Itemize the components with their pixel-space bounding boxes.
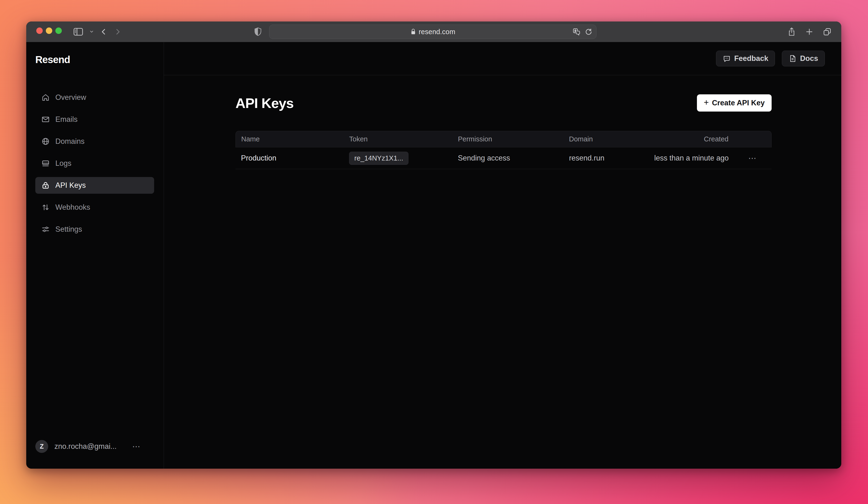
api-key-name: Production (236, 154, 349, 162)
home-icon (41, 93, 50, 102)
translate-icon[interactable] (572, 28, 580, 36)
sidebar-item-label: Webhooks (55, 203, 90, 212)
sidebar-item-label: Domains (55, 137, 84, 146)
create-api-key-button[interactable]: + Create API Key (697, 94, 772, 112)
url-text: resend.com (419, 28, 455, 36)
arrows-up-down-icon (41, 203, 50, 212)
sliders-icon (41, 225, 50, 234)
account-menu[interactable]: Z zno.rocha@gmai... ⋯ (35, 440, 154, 453)
lock-icon (410, 28, 416, 35)
plus-icon: + (704, 98, 709, 107)
row-ellipsis-menu-icon[interactable]: ⋯ (748, 154, 757, 163)
avatar: Z (35, 440, 48, 453)
sidebar-item-label: Overview (55, 93, 86, 102)
api-keys-table: Name Token Permission Domain Created Pro… (236, 131, 772, 169)
sidebar-item-emails[interactable]: Emails (35, 111, 154, 128)
account-ellipsis-icon[interactable]: ⋯ (132, 442, 141, 451)
column-header-token: Token (349, 135, 458, 143)
address-bar[interactable]: resend.com (269, 24, 597, 39)
create-api-key-label: Create API Key (712, 99, 765, 107)
table-row: Production re_14NYz1X1... Sending access… (236, 148, 772, 169)
column-header-created: Created (649, 135, 733, 143)
lock-icon (41, 181, 50, 190)
browser-window: resend.com (26, 21, 841, 468)
sidebar-nav: Overview Emails (35, 89, 154, 238)
api-key-token-chip[interactable]: re_14NYz1X1... (349, 152, 409, 165)
account-email: zno.rocha@gmai... (54, 442, 117, 451)
docs-label: Docs (800, 54, 818, 63)
back-icon[interactable] (100, 28, 108, 36)
sidebar-item-label: Emails (55, 115, 78, 124)
sidebar-item-domains[interactable]: Domains (35, 133, 154, 150)
sidebar-item-webhooks[interactable]: Webhooks (35, 199, 154, 216)
sidebar: Resend Overview (26, 42, 164, 468)
logs-icon (41, 159, 50, 168)
resend-logo: Resend (35, 54, 70, 65)
sidebar-item-api-keys[interactable]: API Keys (35, 177, 154, 194)
page-title: API Keys (236, 95, 293, 111)
sidebar-item-overview[interactable]: Overview (35, 89, 154, 106)
window-close-button[interactable] (36, 28, 43, 34)
main-area: Feedback Docs API Keys (164, 42, 841, 468)
mail-icon (41, 115, 50, 124)
new-tab-icon[interactable] (805, 28, 814, 36)
tab-overview-icon[interactable] (823, 27, 832, 36)
table-header: Name Token Permission Domain Created (236, 131, 772, 148)
feedback-bubble-icon (723, 54, 731, 63)
sidebar-item-label: API Keys (55, 181, 86, 190)
browser-toolbar: resend.com (26, 21, 841, 42)
sidebar-item-logs[interactable]: Logs (35, 155, 154, 172)
page-topbar: Feedback Docs (164, 42, 841, 75)
share-icon[interactable] (787, 27, 796, 37)
reload-icon[interactable] (585, 28, 592, 36)
column-header-name: Name (236, 135, 349, 143)
api-key-permission: Sending access (458, 154, 569, 162)
window-zoom-button[interactable] (55, 28, 62, 34)
sidebar-toggle-icon[interactable] (73, 28, 83, 36)
api-key-domain: resend.run (569, 154, 649, 162)
sidebar-item-settings[interactable]: Settings (35, 221, 154, 238)
sidebar-item-label: Settings (55, 225, 82, 234)
forward-icon[interactable] (114, 28, 122, 36)
docs-button[interactable]: Docs (782, 51, 825, 67)
column-header-permission: Permission (458, 135, 569, 143)
sidebar-item-label: Logs (55, 159, 71, 168)
globe-icon (41, 137, 50, 146)
chevron-down-icon[interactable] (89, 29, 94, 34)
feedback-label: Feedback (734, 54, 768, 63)
api-key-created: less than a minute ago (649, 154, 733, 162)
window-minimize-button[interactable] (46, 28, 52, 34)
column-header-domain: Domain (569, 135, 649, 143)
docs-file-icon (788, 54, 797, 63)
privacy-shield-icon[interactable] (254, 21, 262, 42)
feedback-button[interactable]: Feedback (716, 51, 775, 67)
